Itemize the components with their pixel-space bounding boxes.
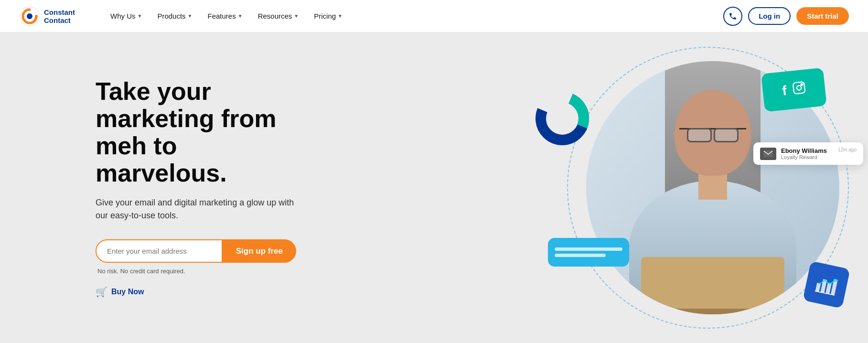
chart-icon: [814, 273, 838, 296]
svg-point-1: [27, 13, 32, 19]
nav-item-products[interactable]: Products ▼: [150, 8, 199, 24]
social-icons-card: f: [761, 67, 827, 112]
email-sender: Ebony Williams: [781, 147, 827, 154]
chevron-down-icon: ▼: [238, 13, 243, 19]
start-trial-button[interactable]: Start trial: [796, 7, 849, 25]
svg-rect-12: [825, 283, 832, 294]
svg-point-7: [796, 86, 801, 90]
logo[interactable]: Constant Contact: [19, 6, 75, 27]
no-risk-text: No risk. No credit card required.: [97, 268, 296, 275]
email-card-info: Ebony Williams Loyalty Reward: [781, 147, 827, 160]
hero-visual: f Ebony Williams Loyalty Reward: [505, 32, 868, 343]
donut-chart: [534, 90, 591, 147]
email-form: Sign up free: [96, 239, 296, 263]
svg-rect-6: [793, 82, 805, 94]
svg-rect-10: [815, 283, 821, 292]
email-icon: [760, 148, 776, 160]
navbar: Constant Contact Why Us ▼ Products ▼ Fea…: [0, 0, 868, 32]
hero-title: Take your marketing from meh to marvelou…: [96, 78, 296, 187]
svg-point-5: [548, 104, 577, 133]
email-subject: Loyalty Reward: [781, 154, 827, 160]
analytics-card: [803, 261, 850, 309]
chat-bubble: [548, 238, 629, 267]
chevron-down-icon: ▼: [338, 13, 343, 19]
chevron-down-icon: ▼: [294, 13, 299, 19]
phone-button[interactable]: [723, 7, 742, 26]
chat-line-2: [555, 254, 606, 257]
logo-text: Constant Contact: [44, 8, 75, 24]
instagram-icon: [792, 81, 806, 98]
hero-content: Take your marketing from meh to marvelou…: [0, 49, 334, 327]
nav-item-features[interactable]: Features ▼: [201, 8, 249, 24]
nav-item-why-us[interactable]: Why Us ▼: [104, 8, 149, 24]
svg-point-8: [801, 84, 803, 86]
nav-item-pricing[interactable]: Pricing ▼: [307, 8, 349, 24]
svg-point-2: [35, 15, 38, 18]
facebook-icon: f: [782, 83, 788, 99]
nav-item-resources[interactable]: Resources ▼: [251, 8, 306, 24]
signup-button[interactable]: Sign up free: [223, 239, 296, 263]
buy-now-label: Buy Now: [111, 288, 144, 296]
hero-section: Take your marketing from meh to marvelou…: [0, 32, 868, 343]
email-input[interactable]: [96, 239, 223, 263]
login-button[interactable]: Log in: [748, 7, 791, 25]
nav-right: Log in Start trial: [723, 7, 849, 26]
hero-subtitle: Give your email and digital marketing a …: [96, 196, 296, 222]
chat-line-1: [555, 247, 622, 251]
logo-icon: [19, 6, 40, 27]
cart-icon: 🛒: [96, 286, 107, 298]
email-notification-card: Ebony Williams Loyalty Reward 12m ago: [753, 142, 863, 165]
buy-now-link[interactable]: 🛒 Buy Now: [96, 286, 296, 298]
chevron-down-icon: ▼: [188, 13, 193, 19]
email-time: 12m ago: [838, 147, 857, 152]
chevron-down-icon: ▼: [138, 13, 142, 19]
nav-links: Why Us ▼ Products ▼ Features ▼ Resources…: [104, 8, 723, 24]
